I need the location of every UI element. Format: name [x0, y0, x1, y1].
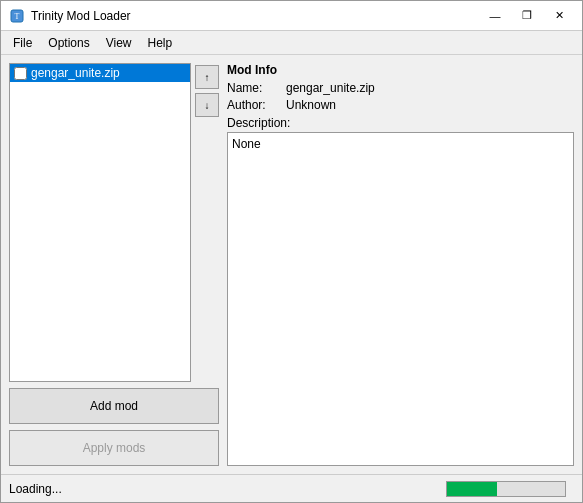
- main-window: T Trinity Mod Loader — ❐ ✕ File Options …: [0, 0, 583, 503]
- author-label: Author:: [227, 98, 282, 112]
- main-content: gengar_unite.zip ↑ ↓ Add mod Apply mods …: [1, 55, 582, 474]
- window-controls: — ❐ ✕: [480, 6, 574, 26]
- svg-text:T: T: [15, 12, 20, 21]
- mod-list[interactable]: gengar_unite.zip: [9, 63, 191, 382]
- mod-info-section: Mod Info Name: gengar_unite.zip Author: …: [227, 63, 574, 466]
- app-icon: T: [9, 8, 25, 24]
- apply-mods-button[interactable]: Apply mods: [9, 430, 219, 466]
- description-box: None: [227, 132, 574, 466]
- window-title: Trinity Mod Loader: [31, 9, 480, 23]
- menu-options[interactable]: Options: [40, 32, 97, 54]
- description-value: None: [232, 137, 261, 151]
- menu-bar: File Options View Help: [1, 31, 582, 55]
- move-down-button[interactable]: ↓: [195, 93, 219, 117]
- close-button[interactable]: ✕: [544, 6, 574, 26]
- status-text: Loading...: [9, 482, 62, 496]
- menu-help[interactable]: Help: [140, 32, 181, 54]
- name-label: Name:: [227, 81, 282, 95]
- title-bar: T Trinity Mod Loader — ❐ ✕: [1, 1, 582, 31]
- menu-file[interactable]: File: [5, 32, 40, 54]
- description-label: Description:: [227, 116, 574, 130]
- add-mod-button[interactable]: Add mod: [9, 388, 219, 424]
- left-panel: gengar_unite.zip ↑ ↓ Add mod Apply mods: [9, 63, 219, 466]
- mod-info-fields: Name: gengar_unite.zip Author: Unknown: [227, 81, 574, 112]
- mod-info-name-row: Name: gengar_unite.zip: [227, 81, 574, 95]
- mod-checkbox[interactable]: [14, 67, 27, 80]
- mod-info-title: Mod Info: [227, 63, 574, 77]
- mod-list-container: gengar_unite.zip ↑ ↓: [9, 63, 219, 382]
- list-item[interactable]: gengar_unite.zip: [10, 64, 190, 82]
- mod-name: gengar_unite.zip: [31, 66, 120, 80]
- button-row: Add mod Apply mods: [9, 388, 219, 466]
- progress-bar-container: [446, 481, 566, 497]
- right-panel: Mod Info Name: gengar_unite.zip Author: …: [227, 63, 574, 466]
- status-bar: Loading...: [1, 474, 582, 502]
- menu-view[interactable]: View: [98, 32, 140, 54]
- minimize-button[interactable]: —: [480, 6, 510, 26]
- progress-bar-fill: [447, 482, 497, 496]
- arrow-buttons: ↑ ↓: [195, 63, 219, 382]
- name-value: gengar_unite.zip: [286, 81, 375, 95]
- author-value: Unknown: [286, 98, 336, 112]
- restore-button[interactable]: ❐: [512, 6, 542, 26]
- move-up-button[interactable]: ↑: [195, 65, 219, 89]
- mod-info-author-row: Author: Unknown: [227, 98, 574, 112]
